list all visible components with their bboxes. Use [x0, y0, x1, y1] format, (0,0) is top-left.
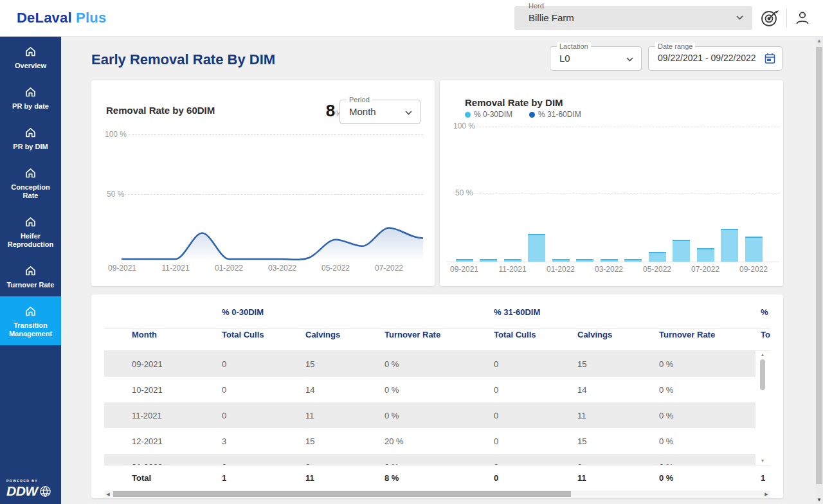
x-tick-label: 09-2021	[100, 264, 145, 273]
ddw-globe-icon	[39, 485, 51, 498]
sidebar-item-label: PR by date	[12, 102, 49, 111]
table-cell: 0	[222, 385, 305, 395]
bar-08-2022[interactable]	[721, 229, 738, 262]
period-label: Period	[347, 96, 372, 104]
lactation-value: L0	[559, 53, 570, 64]
col-header-turnover-rate: Turnover Rate	[659, 330, 761, 339]
x-tick-label: 01-2022	[538, 265, 583, 274]
home-icon	[24, 215, 37, 228]
table-cell: 09-2021	[132, 359, 222, 369]
bar-12-2021[interactable]	[528, 234, 545, 262]
x-tick-label: 07-2022	[366, 264, 412, 273]
legend-dot	[529, 112, 535, 118]
col-header-turnover-rate: Turnover Rate	[384, 330, 494, 339]
table-group-header-row: % 0-30DIM% 31-60DIM%	[104, 307, 770, 327]
table-cell: 14	[305, 385, 384, 395]
legend-item--31-60dim: % 31-60DIM	[529, 110, 581, 119]
x-tick-label: 05-2022	[313, 264, 358, 273]
home-icon	[24, 264, 37, 277]
x-tick-label: 11-2021	[490, 265, 535, 274]
table-row-12-2021: 12-202131520 %0150 %	[104, 428, 755, 454]
bar-01-2022[interactable]	[552, 259, 570, 262]
page-title: Early Removal Rate By DIM	[91, 51, 275, 68]
col-header-total-culls: Total Culls	[761, 330, 770, 339]
x-tick-label: 07-2022	[683, 265, 728, 274]
total-cell: 0	[494, 473, 577, 483]
table-cell: 3	[222, 437, 305, 446]
table-cell: 0 %	[384, 385, 494, 395]
table-cell: 0 %	[659, 437, 755, 446]
table-cell: 0	[222, 359, 305, 369]
col-header-total-culls: Total Culls	[222, 330, 305, 339]
sidebar-item-label: Conception Rate	[3, 183, 58, 200]
table-cell: 15	[577, 437, 659, 446]
x-tick-label: 03-2022	[586, 265, 631, 274]
bar-07-2022[interactable]	[697, 248, 714, 262]
herd-select[interactable]: Herd Billie Farm	[514, 6, 752, 30]
sidebar-item-label: Overview	[15, 62, 46, 70]
kpi-value: 8	[326, 101, 335, 120]
logo-primary: DeLaval	[17, 10, 72, 26]
bar-06-2022[interactable]	[673, 240, 690, 262]
chevron-down-icon	[736, 15, 743, 20]
app-logo[interactable]: DeLaval Plus	[17, 10, 106, 26]
powered-by-label: POWERED BY	[6, 479, 51, 483]
bar-ytick-100: 100 %	[453, 122, 475, 130]
legend-label: % 0-30DIM	[474, 110, 512, 119]
table-cell: 15	[305, 437, 384, 446]
date-range-label: Date range	[655, 42, 695, 50]
sidebar-item-overview[interactable]: Overview	[0, 37, 61, 77]
legend-dot	[465, 112, 471, 118]
table-row-10-2021: 10-20210140 %0140 %	[104, 377, 755, 402]
scroll-up-arrow[interactable]: ▲	[759, 351, 766, 359]
bar-04-2022[interactable]	[624, 259, 642, 262]
sidebar-item-heifer-reproduction[interactable]: Heifer Reproduction	[0, 207, 61, 256]
date-range-field[interactable]: Date range 09/22/2021 - 09/22/2022	[648, 46, 782, 71]
target-icon[interactable]	[759, 8, 780, 28]
x-tick-label: 09-2021	[447, 265, 487, 274]
vertical-scroll-thumb[interactable]	[760, 359, 765, 390]
lactation-select[interactable]: Lactation L0	[550, 46, 642, 71]
sidebar-item-conception-rate[interactable]: Conception Rate	[0, 158, 61, 207]
table-horizontal-scrollbar: ◀ ▶	[104, 491, 770, 498]
line-ytick-100: 100 %	[105, 130, 127, 139]
table-cell: 0 %	[384, 411, 494, 420]
ddw-logo: POWERED BY DDW	[6, 479, 51, 499]
horizontal-scroll-thumb[interactable]	[113, 491, 571, 497]
sidebar-item-pr-by-dim[interactable]: PR by DIM	[0, 118, 61, 158]
scroll-down-arrow[interactable]: ▼	[759, 457, 766, 465]
x-tick-label: 01-2022	[206, 264, 251, 273]
page-scrollbar: ▲ ▼	[815, 37, 823, 504]
bar-11-2021[interactable]	[504, 259, 521, 262]
group-header--0-30dim: % 0-30DIM	[222, 307, 305, 317]
table-cell: 0	[222, 411, 305, 420]
bar-03-2022[interactable]	[601, 259, 618, 262]
period-select[interactable]: Period Month	[339, 100, 421, 124]
page-scroll-thumb[interactable]	[816, 47, 822, 484]
page-scroll-down-arrow[interactable]: ▼	[815, 496, 823, 504]
calendar-icon[interactable]	[764, 53, 775, 64]
table-body-viewport[interactable]: 09-20210150 %0150 %10-20210140 %0140 %11…	[104, 351, 755, 465]
sidebar-item-transition-management[interactable]: Transition Management	[0, 296, 61, 345]
removal-rate-60dim-card: Removal Rate by 60DIM 8% Period Month 10…	[91, 80, 435, 286]
table-cell: 0	[494, 359, 577, 369]
col-header-calvings: Calvings	[305, 330, 384, 339]
sidebar-item-pr-by-date[interactable]: PR by date	[0, 77, 61, 118]
account-icon[interactable]	[793, 9, 811, 27]
removal-rate-dim-card: Removal Rate by DIM % 0-30DIM% 31-60DIM …	[440, 80, 783, 286]
total-cell: 1	[222, 473, 305, 483]
bar-chart[interactable]: 09-202111-202101-202203-202205-202207-20…	[447, 178, 779, 280]
scroll-right-arrow[interactable]: ▶	[763, 491, 770, 498]
main-content: Early Removal Rate By DIM Lactation L0 D…	[61, 37, 823, 504]
scroll-left-arrow[interactable]: ◀	[104, 491, 112, 498]
gridline-100	[129, 134, 423, 135]
table-vertical-scrollbar: ▲ ▼	[759, 351, 766, 465]
bar-10-2021[interactable]	[480, 259, 497, 262]
bar-09-2021[interactable]	[456, 259, 473, 262]
page-scroll-up-arrow[interactable]: ▲	[815, 37, 823, 45]
bar-02-2022[interactable]	[576, 259, 593, 262]
sidebar-item-turnover-rate[interactable]: Turnover Rate	[0, 256, 61, 296]
bar-05-2022[interactable]	[649, 252, 666, 262]
chevron-down-icon	[405, 111, 412, 115]
bar-09-2022[interactable]	[745, 237, 763, 262]
